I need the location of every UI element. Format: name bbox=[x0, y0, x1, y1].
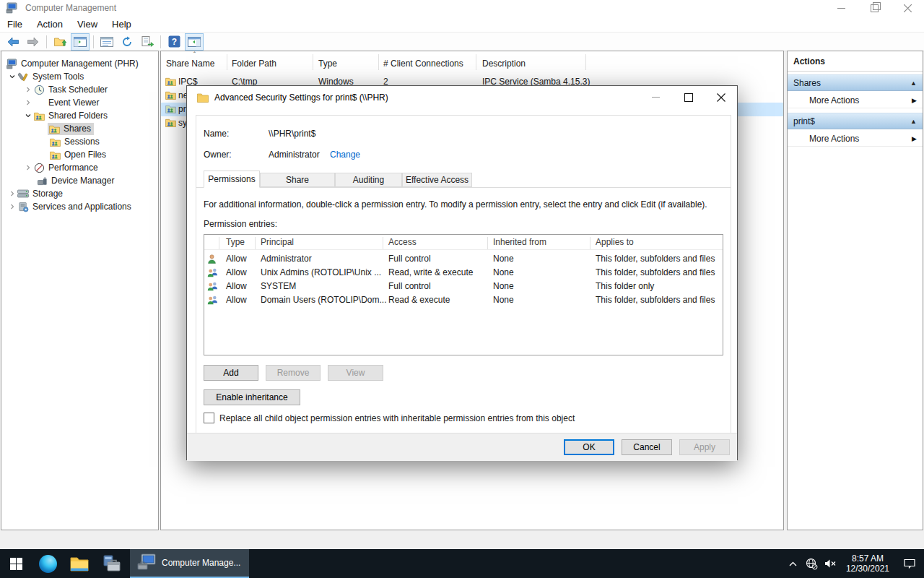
shared-folder-icon bbox=[165, 104, 176, 116]
file-explorer-icon[interactable] bbox=[64, 549, 95, 578]
column-header-access[interactable]: Access bbox=[388, 237, 417, 247]
actions-panel-title: Actions bbox=[788, 51, 923, 72]
export-list-icon[interactable] bbox=[138, 33, 157, 51]
menu-action[interactable]: Action bbox=[30, 19, 70, 30]
up-one-level-icon[interactable] bbox=[51, 33, 69, 51]
computer-management-app-icon bbox=[6, 3, 17, 14]
owner-label: Owner: bbox=[204, 150, 232, 160]
tree-item-services-and-applications[interactable]: Services and Applications bbox=[1, 200, 158, 213]
group-icon bbox=[206, 281, 219, 294]
properties-icon[interactable] bbox=[97, 33, 116, 51]
folder-icon bbox=[197, 92, 209, 103]
user-icon bbox=[206, 254, 217, 267]
refresh-icon[interactable] bbox=[118, 33, 136, 51]
minimize-button[interactable] bbox=[824, 0, 858, 16]
performance-icon bbox=[33, 163, 45, 173]
tree-item-shares[interactable]: Shares bbox=[1, 122, 158, 135]
tree-item-event-viewer[interactable]: Event Viewer bbox=[1, 96, 158, 109]
change-owner-link[interactable]: Change bbox=[330, 150, 360, 160]
tree-item-shared-folders[interactable]: Shared Folders bbox=[1, 109, 158, 122]
server-manager-icon[interactable] bbox=[95, 549, 127, 578]
advanced-security-settings-dialog: Advanced Security Settings for print$ (\… bbox=[186, 85, 738, 460]
tree-item-computer-management[interactable]: Computer Management (PHR) bbox=[1, 57, 158, 70]
menu-view[interactable]: View bbox=[70, 19, 105, 30]
table-header-row: Type Principal Access Inherited from App… bbox=[204, 235, 723, 250]
collapse-icon[interactable]: ▲ bbox=[910, 79, 917, 87]
console-tree-panel: Computer Management (PHR) System Tools T… bbox=[1, 51, 159, 530]
group-icon bbox=[206, 267, 219, 280]
chevron-right-icon[interactable] bbox=[23, 86, 33, 93]
column-header-applies-to[interactable]: Applies to bbox=[596, 237, 634, 247]
tree-item-performance[interactable]: Performance bbox=[1, 161, 158, 174]
tree-item-storage[interactable]: Storage bbox=[1, 187, 158, 200]
tab-share[interactable]: Share bbox=[260, 173, 335, 187]
apply-button[interactable]: Apply bbox=[679, 439, 730, 455]
edge-icon[interactable] bbox=[32, 549, 64, 578]
column-header-client-connections[interactable]: # Client Connections bbox=[383, 59, 463, 69]
actions-section-shares[interactable]: Shares ▲ bbox=[788, 74, 923, 91]
menu-file[interactable]: File bbox=[0, 19, 30, 30]
chevron-right-icon[interactable] bbox=[23, 99, 33, 106]
restore-button[interactable] bbox=[858, 0, 891, 16]
console-tree-toggle-icon[interactable] bbox=[71, 33, 90, 51]
dialog-maximize-button[interactable] bbox=[672, 86, 705, 108]
table-row[interactable]: Allow SYSTEM Full control None This fold… bbox=[204, 280, 723, 293]
enable-inheritance-button[interactable]: Enable inheritance bbox=[204, 389, 300, 405]
column-header-description[interactable]: Description bbox=[482, 59, 526, 69]
tray-chevron-up-icon[interactable] bbox=[784, 549, 803, 578]
column-header-principal[interactable]: Principal bbox=[261, 237, 294, 247]
cancel-button[interactable]: Cancel bbox=[622, 439, 672, 455]
volume-muted-icon[interactable] bbox=[821, 549, 840, 578]
chevron-right-icon[interactable] bbox=[7, 203, 17, 210]
chevron-right-icon[interactable] bbox=[7, 190, 17, 197]
dialog-minimize-button[interactable] bbox=[640, 86, 672, 108]
shared-folder-icon bbox=[49, 137, 61, 147]
tree-item-open-files[interactable]: Open Files bbox=[1, 148, 158, 161]
view-button[interactable]: View bbox=[328, 365, 383, 381]
column-header-type[interactable]: Type bbox=[318, 59, 337, 69]
remove-button[interactable]: Remove bbox=[266, 365, 321, 381]
help-icon[interactable]: ? bbox=[165, 33, 183, 51]
start-button[interactable] bbox=[0, 549, 32, 578]
tab-effective-access[interactable]: Effective Access bbox=[402, 173, 472, 187]
print-more-actions[interactable]: More Actions ▶ bbox=[788, 131, 923, 147]
chevron-down-icon[interactable] bbox=[23, 112, 33, 119]
shared-folder-icon bbox=[48, 124, 60, 134]
menu-help[interactable]: Help bbox=[105, 19, 139, 30]
menu-bar: File Action View Help bbox=[0, 16, 924, 33]
column-header-inherited-from[interactable]: Inherited from bbox=[493, 237, 546, 247]
column-header-share-name[interactable]: Share Name bbox=[166, 59, 214, 69]
chevron-down-icon[interactable] bbox=[7, 73, 17, 80]
chevron-right-icon[interactable] bbox=[23, 164, 33, 171]
actions-section-print[interactable]: print$ ▲ bbox=[788, 113, 923, 129]
notification-center-icon[interactable] bbox=[895, 549, 924, 578]
taskbar-active-app[interactable]: Computer Manage... bbox=[130, 549, 249, 578]
dialog-close-button[interactable] bbox=[705, 86, 737, 108]
replace-child-permissions-checkbox[interactable] bbox=[204, 413, 214, 423]
table-row[interactable]: Allow Administrator Full control None Th… bbox=[204, 252, 723, 266]
action-pane-toggle-icon[interactable] bbox=[185, 33, 204, 51]
tab-strip: Permissions Share Auditing Effective Acc… bbox=[196, 171, 731, 188]
network-no-internet-icon[interactable] bbox=[803, 549, 821, 578]
forward-icon[interactable] bbox=[24, 33, 43, 51]
security-page-panel: Name: \\PHR\print$ Owner: Administrator … bbox=[196, 115, 731, 434]
add-button[interactable]: Add bbox=[204, 365, 258, 381]
ok-button[interactable]: OK bbox=[564, 439, 614, 455]
shares-more-actions[interactable]: More Actions ▶ bbox=[788, 92, 923, 108]
table-row[interactable]: Allow Unix Admins (ROTOLIP\Unix ... Read… bbox=[204, 266, 723, 280]
tree-item-system-tools[interactable]: System Tools bbox=[1, 70, 158, 83]
collapse-icon[interactable]: ▲ bbox=[910, 118, 917, 125]
close-button[interactable] bbox=[891, 0, 924, 16]
back-icon[interactable] bbox=[4, 33, 22, 51]
device-manager-icon bbox=[36, 176, 48, 186]
taskbar-clock[interactable]: 8:57 AM 12/30/2021 bbox=[840, 553, 895, 574]
column-header-folder-path[interactable]: Folder Path bbox=[232, 59, 276, 69]
tree-item-task-scheduler[interactable]: Task Scheduler bbox=[1, 83, 158, 96]
tree-item-sessions[interactable]: Sessions bbox=[1, 135, 158, 148]
tree-item-device-manager[interactable]: Device Manager bbox=[1, 174, 158, 187]
tab-permissions[interactable]: Permissions bbox=[204, 171, 260, 188]
tab-auditing[interactable]: Auditing bbox=[335, 173, 402, 187]
table-row[interactable]: Allow Domain Users (ROTOLIP\Dom... Read … bbox=[204, 293, 723, 307]
checkbox-label: Replace all child object permission entr… bbox=[219, 413, 575, 423]
column-header-type[interactable]: Type bbox=[226, 237, 245, 247]
